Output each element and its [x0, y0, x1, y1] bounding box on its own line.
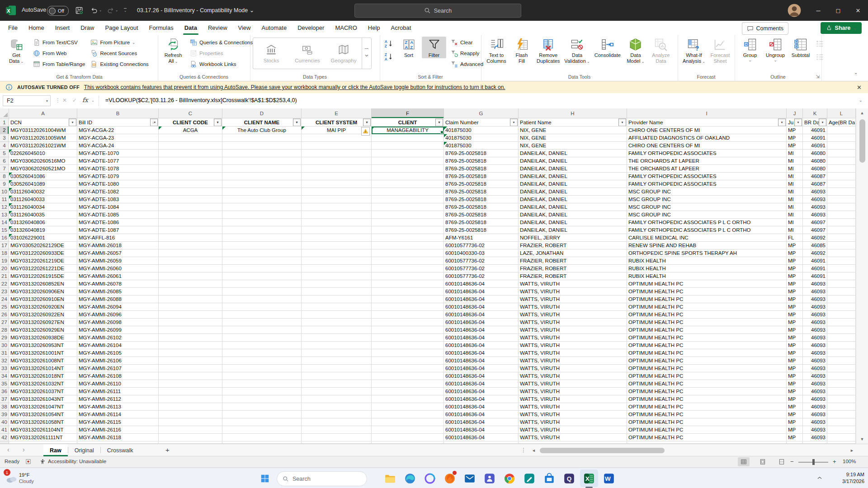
cell-G5[interactable]: 8769-25-0025818: [444, 150, 519, 157]
enter-icon[interactable]: ✓: [72, 97, 77, 103]
cell-E15[interactable]: [302, 226, 372, 234]
cell-L28[interactable]: [827, 326, 856, 334]
cell-I22[interactable]: OPTIMUM HEALTH PC: [627, 280, 787, 288]
cell-G9[interactable]: 8769-25-0025818: [444, 180, 519, 188]
cell-F24[interactable]: [372, 296, 444, 303]
cell-K39[interactable]: 46093: [803, 411, 827, 418]
cell-B19[interactable]: MGY-AMMI-26059: [77, 257, 159, 265]
cell-A29[interactable]: MGY031320260938DE: [9, 334, 77, 342]
cell-F14[interactable]: [372, 219, 444, 226]
cell-C11[interactable]: [159, 196, 222, 203]
cell-H27[interactable]: WATTS, VIRUTH: [519, 319, 627, 326]
start-button[interactable]: [256, 469, 274, 487]
cell-H41[interactable]: WATTS, VIRUTH: [519, 426, 627, 434]
row-header-21[interactable]: 21: [0, 272, 9, 280]
cell-E21[interactable]: [302, 272, 372, 280]
cell-H5[interactable]: DANEILAK, DANIEL: [519, 150, 627, 157]
row-header-14[interactable]: 14: [0, 219, 9, 226]
cell-C24[interactable]: [159, 296, 222, 303]
insert-function-icon[interactable]: fx: [82, 96, 88, 103]
row-header-30[interactable]: 30: [0, 342, 9, 349]
cell-L9[interactable]: [827, 180, 856, 188]
collapse-ribbon-icon[interactable]: ⌄: [854, 70, 858, 75]
column-header-A[interactable]: A: [9, 108, 77, 118]
cell-D36[interactable]: [222, 388, 302, 395]
filter-dropdown-icon[interactable]: ▾: [363, 118, 371, 126]
cell-L2[interactable]: [827, 127, 856, 134]
column-header-G[interactable]: G: [444, 108, 519, 118]
cell-G36[interactable]: 60010148636-04: [444, 388, 519, 395]
sort-za-button[interactable]: ZA: [383, 52, 394, 62]
cell-D30[interactable]: [222, 342, 302, 349]
row-header-26[interactable]: 26: [0, 311, 9, 319]
zoom-level[interactable]: 100%: [843, 459, 856, 464]
filter-button[interactable]: Filter: [422, 37, 446, 58]
cell-E8[interactable]: [302, 173, 372, 180]
cell-I6[interactable]: THE ORCHARDS AT LAPEER: [627, 157, 787, 165]
cell-C13[interactable]: [159, 211, 222, 219]
cell-B2[interactable]: MGY-ACGA-22: [77, 127, 159, 134]
cell-L32[interactable]: [827, 357, 856, 365]
cell-K9[interactable]: 46087: [803, 180, 827, 188]
cell-C36[interactable]: [159, 388, 222, 395]
cell-L7[interactable]: [827, 165, 856, 173]
cell-B38[interactable]: MGY-AMMI-26113: [77, 403, 159, 411]
tab-scroll-splitter-icon[interactable]: ⋮: [521, 447, 526, 453]
cell-D12[interactable]: [222, 203, 302, 211]
cell-F9[interactable]: [372, 180, 444, 188]
cell-H18[interactable]: LAZE, JONATHAN: [519, 249, 627, 257]
row-header-20[interactable]: 20: [0, 265, 9, 272]
column-header-E[interactable]: E: [302, 108, 372, 118]
cell-J5[interactable]: MI: [787, 150, 803, 157]
cell-D23[interactable]: [222, 288, 302, 296]
cell-E4[interactable]: [302, 142, 372, 150]
cell-D19[interactable]: [222, 257, 302, 265]
what-if-analysis-button[interactable]: ?What-IfAnalysis ⌄: [681, 37, 707, 64]
cell-B6[interactable]: MGY-ADTE-1077: [77, 157, 159, 165]
filter-dropdown-icon[interactable]: ▾: [778, 118, 786, 126]
row-header-8[interactable]: 8: [0, 173, 9, 180]
cell-J22[interactable]: MP: [787, 280, 803, 288]
cell-F39[interactable]: [372, 411, 444, 418]
cell-J21[interactable]: MP: [787, 272, 803, 280]
cell-G38[interactable]: 60010148636-04: [444, 403, 519, 411]
cell-B23[interactable]: MGY-AMMI-26085: [77, 288, 159, 296]
cell-B4[interactable]: MGY-ACGA-24: [77, 142, 159, 150]
row-header-6[interactable]: 6: [0, 157, 9, 165]
cell-L14[interactable]: [827, 219, 856, 226]
cell-F10[interactable]: [372, 188, 444, 196]
cell-B8[interactable]: MGY-ADTE-1079: [77, 173, 159, 180]
cell-I23[interactable]: OPTIMUM HEALTH PC: [627, 288, 787, 296]
cell-E37[interactable]: [302, 395, 372, 403]
column-header-C[interactable]: C: [159, 108, 222, 118]
taskbar-app-word[interactable]: W: [600, 469, 618, 487]
column-header-F[interactable]: F: [372, 108, 444, 118]
cell-C38[interactable]: [159, 403, 222, 411]
expand-formula-bar-icon[interactable]: ⌄: [859, 98, 863, 103]
filter-dropdown-icon[interactable]: ▾: [69, 118, 76, 126]
cell-L4[interactable]: [827, 142, 856, 150]
notification-link[interactable]: This workbook contains features that pre…: [84, 84, 505, 90]
cell-G11[interactable]: 8769-25-0025818: [444, 196, 519, 203]
cell-F23[interactable]: [372, 288, 444, 296]
cell-I13[interactable]: MSC GROUP INC: [627, 211, 787, 219]
cell-B42[interactable]: MGY-AMMI-26118: [77, 434, 159, 441]
error-checking-button[interactable]: [361, 127, 370, 136]
cell-I9[interactable]: FAMILY ORTHOPEDIC ASSOCIATES: [627, 180, 787, 188]
cell-B11[interactable]: MGY-ADTE-1083: [77, 196, 159, 203]
cell-E40[interactable]: [302, 418, 372, 426]
cell-H21[interactable]: FRAZIER, ROBERT: [519, 272, 627, 280]
cell-K12[interactable]: 46093: [803, 203, 827, 211]
cell-C32[interactable]: [159, 357, 222, 365]
cell-G35[interactable]: 60010148636-04: [444, 380, 519, 388]
cell-A34[interactable]: MGY031320261018NT: [9, 372, 77, 380]
cell-K18[interactable]: 46092: [803, 249, 827, 257]
ungroup-button[interactable]: Ungroup⌄: [763, 37, 788, 62]
reapply-button[interactable]: Reapply: [449, 48, 485, 59]
cell-E33[interactable]: [302, 365, 372, 372]
cell-H9[interactable]: DANEILAK, DANIEL: [519, 180, 627, 188]
row-header-2[interactable]: 2: [0, 127, 9, 134]
cell-H42[interactable]: WATTS, VIRUTH: [519, 434, 627, 441]
scroll-right-icon[interactable]: ►: [850, 448, 854, 453]
cell-G19[interactable]: 60010577736-02: [444, 257, 519, 265]
